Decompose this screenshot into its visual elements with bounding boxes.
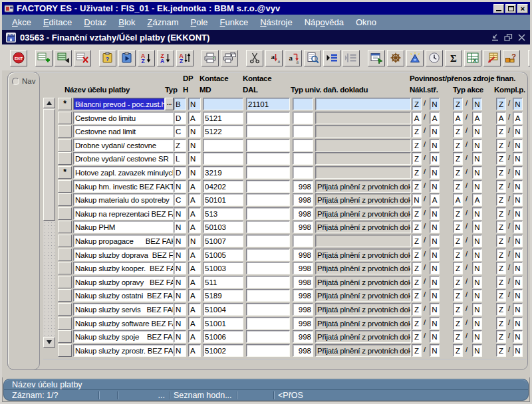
name-field[interactable]: Nakup sluzby servis BEZ FAKT — [73, 303, 174, 316]
dal-field[interactable] — [246, 303, 290, 316]
zn3r-field[interactable]: N — [513, 98, 523, 110]
zn1r-field[interactable]: N — [430, 289, 440, 302]
typ-field[interactable]: C — [174, 193, 186, 206]
md-field[interactable] — [203, 98, 243, 110]
md-field[interactable] — [203, 139, 243, 152]
name-field[interactable]: Hotove zapl. zavazek minulych o — [73, 166, 174, 179]
excel-export-button[interactable]: X — [464, 50, 481, 66]
record-selector[interactable] — [58, 112, 72, 124]
zn1l-field[interactable]: N — [412, 193, 422, 206]
dph-field[interactable]: A — [188, 112, 201, 124]
md-field[interactable]: 51004 — [203, 303, 243, 316]
insert-record-button[interactable] — [35, 50, 53, 66]
zn3r-field[interactable]: N — [513, 330, 523, 343]
zn3r-field[interactable]: N — [513, 317, 523, 330]
md-field[interactable]: 51006 — [203, 330, 243, 343]
univ-num-field[interactable]: 998 — [293, 303, 313, 316]
univ-num-field[interactable]: 998 — [293, 317, 313, 330]
dph-field[interactable]: A — [188, 262, 201, 274]
univ-num-field[interactable]: 998 — [293, 207, 313, 220]
list-of-values-button[interactable] — [323, 50, 340, 66]
md-field[interactable]: 511 — [203, 276, 243, 288]
dph-field[interactable]: N — [188, 166, 201, 179]
md-field[interactable]: 50101 — [203, 193, 243, 206]
typ-field[interactable]: N — [174, 276, 186, 288]
zn2l-field[interactable]: Z — [453, 317, 463, 330]
zn1l-field[interactable]: Z — [412, 317, 422, 330]
menu-item-editace[interactable]: Editace — [37, 16, 78, 29]
zn2l-field[interactable]: Z — [453, 221, 463, 233]
zn3r-field[interactable]: N — [513, 139, 523, 152]
help-button[interactable]: ? — [528, 50, 532, 66]
zn3l-field[interactable]: Z — [496, 166, 506, 179]
typ-field[interactable]: N — [174, 262, 186, 274]
zn3r-field[interactable]: N — [513, 249, 523, 261]
univ-num-field[interactable]: 998 — [293, 276, 313, 288]
typ-field[interactable]: N — [174, 289, 186, 302]
name-field[interactable]: Nakup propagace BEZ FAKT — [73, 235, 174, 247]
zn1l-field[interactable]: Z — [412, 249, 422, 261]
record-selector[interactable] — [58, 289, 72, 302]
zn3r-field[interactable]: N — [513, 125, 523, 138]
zn2l-field[interactable]: Z — [453, 235, 463, 247]
univ-num-field[interactable]: 998 — [293, 344, 313, 357]
zn2r-field[interactable]: N — [472, 152, 482, 165]
zn1l-field[interactable]: Z — [412, 125, 422, 138]
menu-item-blok[interactable]: Blok — [112, 16, 141, 29]
zn2l-field[interactable]: Z — [453, 139, 463, 152]
dal-field[interactable] — [246, 166, 290, 179]
typ-field[interactable]: D — [174, 112, 186, 124]
md-field[interactable]: 5122 — [203, 125, 243, 138]
zn3l-field[interactable]: Z — [496, 276, 506, 288]
zn2r-field[interactable]: N — [472, 235, 482, 247]
dal-field[interactable] — [246, 193, 290, 206]
menu-item-zaznam[interactable]: Záznam — [142, 16, 185, 29]
md-field[interactable]: 51001 — [203, 317, 243, 330]
zn1l-field[interactable]: Z — [412, 276, 422, 288]
name-field[interactable]: Nakup sluzby zprostr. BEZ FAKT — [73, 344, 174, 357]
zn1l-field[interactable]: Z — [412, 207, 422, 220]
navigator-helm-button[interactable] — [387, 50, 404, 66]
univ-num-field[interactable]: 998 — [293, 289, 313, 302]
copy-item-button[interactable]: aa — [265, 50, 283, 66]
dal-field[interactable] — [246, 235, 290, 247]
zn2r-field[interactable]: A — [472, 193, 482, 206]
record-selector[interactable] — [58, 221, 72, 233]
zn3l-field[interactable]: Z — [496, 289, 506, 302]
mdi-minimize-icon[interactable] — [491, 34, 499, 41]
zn2r-field[interactable]: N — [472, 180, 482, 193]
name-field[interactable]: Nakup sluzby spoje BEZ FAKTI — [73, 330, 174, 343]
dph-field[interactable]: A — [188, 249, 201, 261]
univ-num-field[interactable]: 998 — [293, 221, 313, 233]
record-selector[interactable] — [58, 330, 72, 343]
zn2r-field[interactable]: N — [472, 139, 482, 152]
zn3r-field[interactable]: N — [513, 289, 523, 302]
name-field[interactable]: Drobne vydani/ cestovne — [73, 139, 174, 152]
zn2r-field[interactable]: A — [472, 112, 482, 124]
paste-item-button[interactable]: aa — [285, 50, 302, 66]
summary-sigma-button[interactable]: Σ — [445, 50, 462, 66]
univ-num-field[interactable] — [293, 152, 313, 165]
zn3l-field[interactable]: Z — [496, 193, 506, 206]
menu-item-dotaz[interactable]: Dotaz — [78, 16, 112, 29]
dph-field[interactable]: A — [188, 330, 201, 343]
zn1r-field[interactable]: N — [430, 249, 440, 261]
menu-item-nastroje[interactable]: Nástroje — [254, 16, 298, 29]
zn1r-field[interactable]: N — [430, 98, 440, 110]
record-selector[interactable] — [58, 207, 72, 220]
zn1r-field[interactable]: N — [430, 276, 440, 288]
find-document-button[interactable] — [304, 50, 321, 66]
univ-num-field[interactable] — [293, 139, 313, 152]
scrollbar-thumb[interactable] — [43, 109, 55, 221]
zn1l-field[interactable]: Z — [412, 344, 422, 357]
zn3l-field[interactable]: Z — [496, 125, 506, 138]
zn1r-field[interactable]: N — [430, 344, 440, 357]
univ-num-field[interactable] — [293, 125, 313, 138]
md-field[interactable]: 51005 — [203, 249, 243, 261]
zn2l-field[interactable]: A — [453, 193, 463, 206]
univ-num-field[interactable] — [293, 112, 313, 124]
univ-num-field[interactable] — [293, 235, 313, 247]
zn1l-field[interactable]: Z — [412, 139, 422, 152]
zn2l-field[interactable]: Z — [453, 249, 463, 261]
dal-field[interactable] — [246, 139, 290, 152]
